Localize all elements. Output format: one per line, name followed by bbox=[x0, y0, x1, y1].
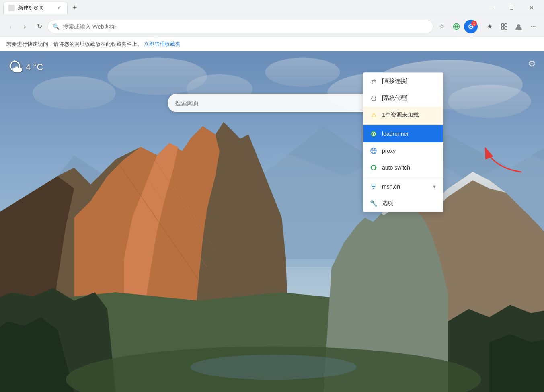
direct-icon: ⇄ bbox=[370, 78, 377, 85]
menu-item-msn[interactable]: msn.cn ▼ bbox=[363, 178, 443, 195]
menu-label-proxy: proxy bbox=[382, 148, 437, 154]
menu-label-msn: msn.cn bbox=[382, 183, 427, 190]
search-icon: 🔍 bbox=[53, 23, 60, 30]
search-box bbox=[168, 94, 377, 112]
title-bar: 新建标签页 × + — ☐ ✕ bbox=[0, 0, 544, 16]
proxy-dropdown-menu: ⇄ [直接连接] ⏻ [系统代理] ⚠ 1个资源未加载 bbox=[363, 72, 443, 212]
forward-button[interactable]: › bbox=[18, 20, 31, 33]
warning-icon: ⚠ bbox=[370, 111, 377, 119]
msn-expand-arrow: ▼ bbox=[432, 184, 437, 189]
menu-label-system: [系统代理] bbox=[382, 94, 437, 102]
window-controls: — ☐ ✕ bbox=[482, 2, 541, 14]
nav-bar: ‹ › ↻ 🔍 ☆ bbox=[0, 16, 544, 37]
menu-label-loadrunner: loadrunner bbox=[382, 131, 437, 137]
proxy-icon bbox=[370, 147, 377, 154]
weather-widget: 🌤 4 °C bbox=[8, 59, 43, 76]
svg-point-39 bbox=[191, 355, 357, 380]
svg-point-15 bbox=[448, 85, 531, 118]
favorites-menu-icon[interactable]: ★ bbox=[483, 20, 497, 33]
menu-label-options: 选项 bbox=[382, 200, 437, 207]
svg-point-19 bbox=[265, 57, 340, 86]
proxy-extension-icon[interactable]: 1 bbox=[464, 20, 478, 33]
collections-icon[interactable] bbox=[450, 20, 463, 33]
browser-tab[interactable]: 新建标签页 × bbox=[3, 2, 68, 14]
system-icon: ⏻ bbox=[370, 94, 377, 102]
menu-label-direct: [直接连接] bbox=[382, 78, 437, 85]
new-tab-button[interactable]: + bbox=[69, 2, 80, 14]
settings-gear-button[interactable]: ⚙ bbox=[528, 59, 536, 69]
tab-favicon bbox=[8, 5, 15, 11]
tab-close-button[interactable]: × bbox=[56, 5, 62, 11]
extension-badge: 1 bbox=[471, 21, 477, 26]
svg-rect-7 bbox=[501, 24, 504, 26]
menu-item-proxy[interactable]: proxy bbox=[363, 142, 443, 159]
info-bar: 若要进行快速访问，请将您的网址收藏放在此收藏夹栏上。 立即管理收藏夹 bbox=[0, 37, 544, 51]
weather-icon: 🌤 bbox=[8, 59, 23, 76]
svg-point-18 bbox=[33, 76, 116, 110]
menu-item-warning[interactable]: ⚠ 1个资源未加载 bbox=[363, 107, 443, 123]
menu-label-warning: 1个资源未加载 bbox=[382, 111, 437, 119]
auto-switch-icon bbox=[370, 164, 377, 171]
svg-rect-8 bbox=[505, 24, 507, 26]
svg-point-6 bbox=[470, 26, 472, 27]
svg-rect-10 bbox=[505, 27, 507, 29]
refresh-button[interactable]: ↻ bbox=[33, 20, 46, 33]
svg-point-42 bbox=[373, 133, 374, 135]
menu-separator-2 bbox=[363, 177, 443, 177]
back-button[interactable]: ‹ bbox=[4, 20, 17, 33]
info-bar-text: 若要进行快速访问，请将您的网址收藏放在此收藏夹栏上。 bbox=[6, 41, 142, 48]
tab-label: 新建标签页 bbox=[18, 4, 53, 12]
close-button[interactable]: ✕ bbox=[522, 2, 541, 14]
weather-temperature: 4 °C bbox=[26, 62, 43, 72]
browser-window: 新建标签页 × + — ☐ ✕ ‹ › ↻ 🔍 ☆ bbox=[0, 0, 544, 392]
menu-item-system[interactable]: ⏻ [系统代理] bbox=[363, 90, 443, 107]
menu-separator-1 bbox=[363, 124, 443, 125]
svg-rect-9 bbox=[501, 27, 504, 29]
collections-menu-icon[interactable] bbox=[497, 20, 511, 33]
menu-item-loadrunner[interactable]: loadrunner bbox=[363, 125, 443, 142]
menu-item-direct[interactable]: ⇄ [直接连接] bbox=[363, 73, 443, 90]
search-input[interactable] bbox=[175, 100, 370, 107]
minimize-button[interactable]: — bbox=[482, 2, 501, 14]
toolbar-icons: ☆ 1 bbox=[435, 20, 540, 33]
address-input[interactable] bbox=[63, 23, 428, 30]
options-icon: 🔧 bbox=[370, 200, 377, 207]
menu-item-auto-switch[interactable]: auto switch bbox=[363, 159, 443, 176]
profile-icon[interactable] bbox=[512, 20, 526, 33]
manage-favorites-link[interactable]: 立即管理收藏夹 bbox=[144, 41, 181, 48]
toolbar-separator bbox=[480, 22, 480, 31]
svg-marker-37 bbox=[489, 334, 544, 392]
menu-label-auto-switch: auto switch bbox=[382, 164, 437, 171]
more-options-icon[interactable]: ··· bbox=[526, 20, 540, 33]
main-content: 🌤 4 °C ⚙ ⇄ [直接连接] ⏻ [系统代理] ⚠ bbox=[0, 51, 544, 392]
favorites-star-icon[interactable]: ☆ bbox=[435, 20, 449, 33]
address-bar[interactable]: 🔍 bbox=[47, 20, 433, 33]
menu-item-options[interactable]: 🔧 选项 bbox=[363, 195, 443, 212]
maximize-button[interactable]: ☐ bbox=[502, 2, 521, 14]
search-input-wrap bbox=[168, 94, 377, 112]
loadrunner-icon bbox=[370, 130, 377, 138]
tab-area: 新建标签页 × + bbox=[3, 2, 482, 14]
msn-filter-icon bbox=[370, 183, 377, 190]
